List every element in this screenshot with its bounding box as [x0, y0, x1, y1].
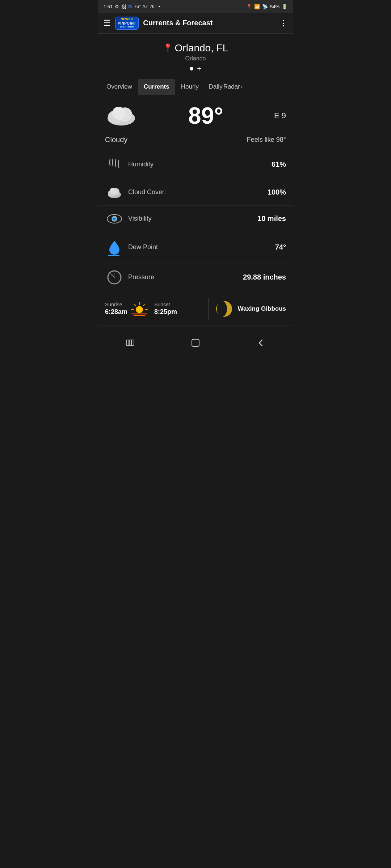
- settings-icon: ⚙: [115, 4, 119, 9]
- sunrise-section: Sunrise 6:28am Sunset 8:25pm: [105, 302, 203, 316]
- humidity-label: Humidity: [128, 161, 272, 168]
- dewpoint-icon: [105, 239, 124, 256]
- tab-hourly[interactable]: Hourly: [175, 79, 205, 95]
- moon-section: Waxing Gibbous: [215, 299, 286, 318]
- svg-line-18: [143, 305, 144, 306]
- dewpoint-label: Dew Point: [128, 243, 275, 251]
- pressure-label: Pressure: [128, 273, 243, 281]
- pressure-row: Pressure 29.88 inches: [98, 263, 293, 292]
- svg-point-7: [110, 188, 116, 194]
- svg-rect-29: [132, 340, 134, 346]
- condition-label: Cloudy: [105, 136, 127, 144]
- more-options-button[interactable]: ⋮: [279, 18, 287, 28]
- svg-point-3: [112, 107, 125, 120]
- battery-percent: 54%: [270, 4, 279, 9]
- condition-row: Cloudy Feels like 98°: [98, 133, 293, 150]
- tab-daily-radar[interactable]: DailyRadar ›: [205, 79, 247, 95]
- location-sub: Orlando: [104, 55, 287, 62]
- logo-badge: NEWS 6 PINPOINT WEATHER: [115, 17, 139, 30]
- tab-daily-label: Daily: [209, 83, 223, 90]
- sunset-info: Sunset 8:25pm: [154, 302, 177, 316]
- active-dot: [190, 67, 193, 71]
- google-icon: G: [128, 4, 132, 9]
- pressure-value: 29.88 inches: [243, 273, 286, 281]
- dewpoint-row: Dew Point 74°: [98, 232, 293, 263]
- feels-like-value: Feels like 98°: [247, 136, 286, 144]
- svg-point-22: [136, 306, 143, 313]
- svg-line-19: [134, 305, 136, 306]
- cloud-cover-label: Cloud Cover:: [128, 188, 268, 196]
- cloud-cover-row: Cloud Cover: 100%: [98, 179, 293, 206]
- menu-button[interactable]: ☰: [104, 18, 111, 28]
- humidity-icon: [105, 157, 124, 173]
- cloud-cover-value: 100%: [268, 188, 286, 196]
- location-pin-icon: 📍: [163, 43, 173, 53]
- tab-overview[interactable]: Overview: [101, 79, 138, 95]
- svg-point-26: [217, 301, 227, 317]
- add-location-button[interactable]: +: [197, 65, 201, 73]
- sunset-label: Sunset: [154, 302, 177, 307]
- svg-point-10: [113, 218, 115, 220]
- logo-weather: WEATHER: [120, 25, 134, 29]
- dewpoint-value: 74°: [275, 243, 286, 251]
- battery-icon: 🔋: [282, 4, 287, 9]
- wind-direction: E: [274, 111, 279, 120]
- pressure-icon: [105, 269, 124, 285]
- wifi-icon: 📶: [254, 4, 260, 9]
- humidity-value: 61%: [272, 160, 286, 169]
- image-icon: 🖼: [121, 4, 126, 9]
- back-button[interactable]: [248, 335, 273, 353]
- current-temperature: 89°: [145, 102, 267, 129]
- sunrise-time: 6:28am: [105, 308, 127, 316]
- tab-radar-label: Radar: [223, 83, 240, 90]
- visibility-label: Visibility: [128, 215, 257, 222]
- sun-icon: [130, 302, 148, 316]
- location-section: 📍 Orlando, FL Orlando +: [98, 34, 293, 79]
- nav-bar: ☰ NEWS 6 PINPOINT WEATHER Currents & For…: [98, 13, 293, 34]
- svg-rect-30: [192, 339, 199, 346]
- weather-condition-icon: [105, 103, 138, 128]
- dot-indicator: •: [159, 4, 160, 9]
- status-bar: 1:51 ⚙ 🖼 G 76° 76° 76° • 📍 📶 📡 54% 🔋: [98, 0, 293, 13]
- logo-news6: NEWS 6: [121, 18, 133, 21]
- tab-currents[interactable]: Currents: [138, 79, 175, 95]
- location-name: 📍 Orlando, FL: [104, 42, 287, 54]
- svg-rect-28: [129, 340, 131, 346]
- radar-arrow-icon: ›: [241, 84, 243, 90]
- location-icon: 📍: [246, 4, 252, 9]
- nav-title: Currents & Forecast: [143, 19, 275, 27]
- sunrise-info: Sunrise 6:28am: [105, 302, 127, 316]
- svg-rect-27: [127, 340, 129, 346]
- weather-main-display: 89° E 9: [98, 95, 293, 133]
- wind-speed: 9: [282, 111, 286, 120]
- svg-line-15: [112, 275, 114, 277]
- humidity-row: Humidity 61%: [98, 150, 293, 179]
- sun-moon-row: Sunrise 6:28am Sunset 8:25pm: [98, 292, 293, 326]
- visibility-value: 10 miles: [257, 214, 286, 223]
- visibility-row: Visibility 10 miles: [98, 206, 293, 232]
- location-dots: +: [104, 65, 287, 73]
- location-city: Orlando, FL: [175, 42, 228, 54]
- recent-apps-button[interactable]: [118, 335, 143, 353]
- status-temp: 76° 76° 76°: [134, 4, 156, 9]
- tabs-bar: Overview Currents Hourly DailyRadar ›: [98, 79, 293, 95]
- home-button[interactable]: [183, 335, 208, 353]
- moon-phase-label: Waxing Gibbous: [238, 305, 286, 312]
- visibility-icon: [105, 212, 124, 225]
- cloud-cover-icon: [105, 186, 124, 199]
- status-time: 1:51: [104, 4, 113, 9]
- sunset-time: 8:25pm: [154, 308, 177, 316]
- signal-icon: 📡: [262, 4, 268, 9]
- wind-display: E 9: [274, 111, 286, 120]
- bottom-nav: [98, 329, 293, 359]
- sunrise-label: Sunrise: [105, 302, 127, 307]
- app-logo: NEWS 6 PINPOINT WEATHER: [115, 17, 139, 30]
- sun-moon-divider: [209, 298, 209, 320]
